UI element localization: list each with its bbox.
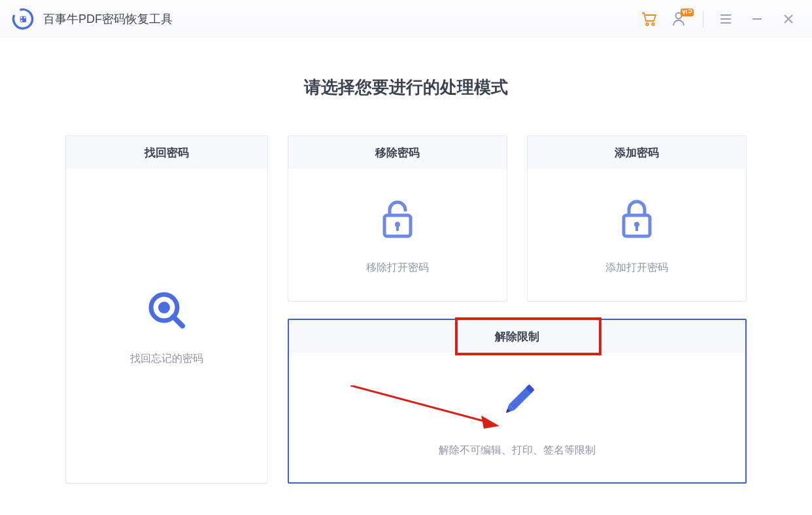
- menu-icon[interactable]: [717, 10, 735, 28]
- svg-point-4: [21, 20, 23, 22]
- svg-point-10: [158, 302, 170, 313]
- main-area: 请选择您要进行的处理模式 找回密码 找回忘记的密码 移除密码: [0, 38, 812, 484]
- card-remove-password[interactable]: 移除密码 移除打开密码: [288, 135, 507, 302]
- titlebar-divider: [703, 10, 703, 27]
- svg-point-5: [646, 23, 649, 26]
- card-desc: 找回忘记的密码: [130, 352, 203, 366]
- search-icon: [143, 287, 190, 334]
- svg-rect-8: [681, 9, 694, 16]
- close-icon[interactable]: [779, 10, 798, 28]
- cart-icon[interactable]: [640, 10, 658, 28]
- minimize-icon[interactable]: [748, 10, 766, 28]
- card-remove-restrictions[interactable]: 解除限制 解除不可编辑、打印、签名等限制: [288, 319, 747, 484]
- svg-point-3: [24, 17, 26, 19]
- card-desc: 添加打开密码: [605, 261, 668, 275]
- unlock-icon: [374, 196, 421, 243]
- svg-rect-13: [396, 226, 399, 231]
- card-desc: 解除不可编辑、打印、签名等限制: [439, 444, 596, 457]
- svg-rect-16: [635, 226, 638, 231]
- lock-icon: [613, 196, 660, 243]
- card-add-password[interactable]: 添加密码 添加打开密码: [527, 135, 747, 302]
- card-title: 移除密码: [288, 136, 507, 169]
- app-title: 百事牛PDF密码恢复工具: [43, 11, 640, 27]
- card-recover-password[interactable]: 找回密码 找回忘记的密码: [65, 135, 268, 484]
- card-desc: 移除打开密码: [366, 261, 429, 275]
- svg-point-6: [652, 23, 654, 26]
- user-vip-icon[interactable]: [671, 10, 690, 28]
- card-title: 解除限制: [289, 320, 745, 353]
- titlebar: 百事牛PDF密码恢复工具: [0, 0, 812, 38]
- svg-point-2: [21, 17, 23, 19]
- app-logo-icon: [12, 8, 34, 30]
- pencil-icon: [494, 378, 541, 425]
- titlebar-actions: [640, 10, 798, 28]
- page-title: 请选择您要进行的处理模式: [65, 76, 747, 99]
- card-title: 找回密码: [66, 136, 267, 169]
- card-title: 添加密码: [528, 136, 746, 169]
- mode-grid: 找回密码 找回忘记的密码 移除密码 移除打开密码: [65, 135, 747, 484]
